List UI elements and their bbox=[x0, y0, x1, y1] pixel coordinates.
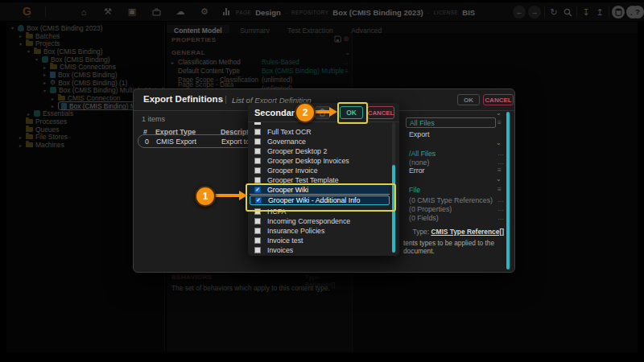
checkbox[interactable] bbox=[254, 247, 261, 253]
menu-icon[interactable]: ≡ bbox=[497, 186, 502, 193]
panel-row: (0 Properties) bbox=[409, 205, 506, 213]
list-item[interactable]: Grooper Desktop 2 bbox=[250, 146, 390, 156]
title-separator: | bbox=[225, 94, 227, 104]
checkbox[interactable] bbox=[254, 237, 261, 244]
ellipsis-icon[interactable]: … bbox=[497, 158, 504, 166]
list-item-checked-focused[interactable]: Grooper Wiki - Additional Info bbox=[250, 195, 390, 205]
cmis-type-reference-link[interactable]: CMIS Type Reference[] bbox=[431, 228, 504, 236]
list-item[interactable]: Governance bbox=[250, 137, 390, 146]
list-item[interactable]: Full Text OCR bbox=[250, 127, 390, 137]
panel-row: Export bbox=[409, 130, 506, 138]
panel-row: Error bbox=[409, 167, 506, 175]
ellipsis-icon[interactable]: … bbox=[497, 214, 504, 221]
secondary-type-popup: Secondary Type OK CANCEL Full Text OCR G… bbox=[248, 103, 399, 256]
panel-scrollbar[interactable] bbox=[506, 112, 510, 269]
list-item[interactable]: Incoming Correspondence bbox=[250, 216, 390, 226]
checkbox[interactable] bbox=[254, 177, 261, 183]
chevron-down-icon[interactable]: ⌄ bbox=[496, 139, 502, 146]
dialog-ok-button[interactable]: OK bbox=[457, 94, 480, 105]
list-item[interactable]: Invoice test bbox=[250, 236, 390, 245]
panel-help-text: tents types to be applied to the documen… bbox=[403, 239, 506, 255]
chevron-down-icon[interactable]: ⌄ bbox=[496, 175, 502, 183]
trash-icon[interactable] bbox=[315, 106, 330, 119]
panel-row: (none) bbox=[409, 158, 506, 167]
checkbox[interactable] bbox=[254, 167, 261, 174]
checkbox[interactable] bbox=[254, 218, 261, 224]
items-count: 1 items bbox=[142, 115, 165, 123]
list-item[interactable]: Insurance Policies bbox=[250, 226, 390, 236]
popup-scrollbar-thumb[interactable] bbox=[392, 165, 395, 253]
panel-row: File bbox=[409, 186, 506, 194]
list-item[interactable]: Invoices bbox=[250, 245, 390, 255]
list-item-checked[interactable]: Grooper Wiki bbox=[250, 185, 390, 195]
popup-cancel-button[interactable]: CANCEL bbox=[367, 106, 394, 119]
popup-title: Secondary Type bbox=[254, 108, 322, 117]
dialog-title: Export Definitions bbox=[143, 94, 223, 104]
panel-row: (0 Fields) bbox=[409, 214, 506, 222]
panel-row: /All Files bbox=[409, 150, 506, 158]
popup-ok-button[interactable]: OK bbox=[340, 106, 363, 119]
menu-icon[interactable]: ≡ bbox=[497, 119, 502, 126]
menu-icon[interactable]: ≡ bbox=[497, 167, 502, 174]
checkbox[interactable] bbox=[254, 228, 261, 234]
list-item[interactable]: Grooper Invoice bbox=[250, 166, 390, 175]
list-item[interactable]: Grooper Test Template bbox=[250, 175, 390, 185]
all-files-field[interactable]: All Files bbox=[406, 117, 496, 128]
ellipsis-icon[interactable]: … bbox=[497, 150, 504, 157]
checkbox[interactable] bbox=[254, 158, 261, 164]
checkbox-checked[interactable] bbox=[255, 197, 262, 204]
divider bbox=[248, 121, 399, 122]
checkbox[interactable] bbox=[254, 148, 261, 154]
chevron-down-icon[interactable]: ⌄ bbox=[496, 109, 502, 117]
partially-scrolled-item bbox=[254, 122, 261, 125]
checkbox-checked[interactable] bbox=[254, 187, 261, 193]
ellipsis-icon[interactable]: … bbox=[497, 196, 504, 204]
list-item[interactable]: HCFA bbox=[250, 207, 390, 216]
panel-row: (0 CMIS Type References) bbox=[409, 196, 506, 204]
checkbox[interactable] bbox=[254, 208, 261, 215]
list-item[interactable]: Grooper Desktop Invoices bbox=[250, 156, 390, 166]
checkbox[interactable] bbox=[254, 129, 261, 135]
type-caption: Type: CMIS Type Reference[] bbox=[413, 228, 504, 236]
dialog-cancel-button[interactable]: CANCEL bbox=[483, 94, 514, 105]
app-window: G ⌄ ⌂ ⚒ ▣ ☁ ⚙ PAGE Design · REPOSITORY B… bbox=[0, 0, 644, 362]
ellipsis-icon[interactable]: … bbox=[497, 205, 504, 212]
export-table-row[interactable]: 0 CMIS Export Export to ‘B bbox=[138, 134, 257, 148]
checkbox[interactable] bbox=[254, 138, 261, 145]
